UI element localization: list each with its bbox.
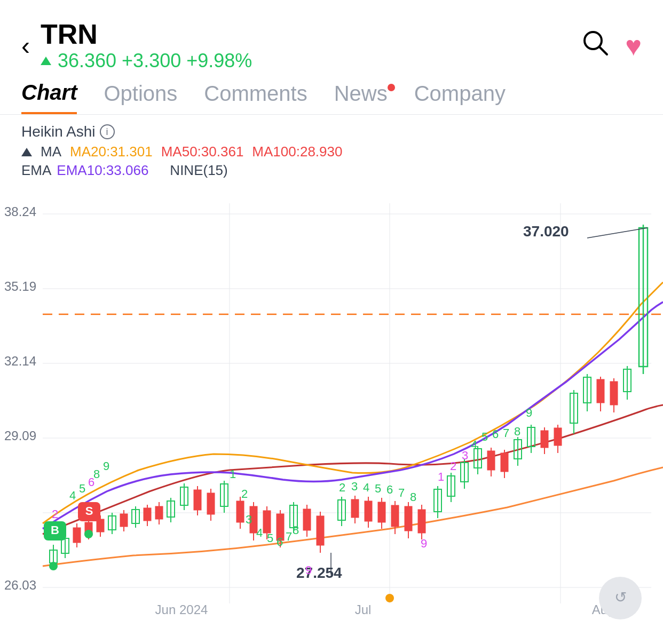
svg-rect-21 — [97, 519, 104, 532]
svg-text:4: 4 — [471, 438, 477, 451]
tab-company[interactable]: Company — [414, 82, 506, 113]
svg-rect-29 — [144, 508, 151, 521]
svg-text:8: 8 — [293, 523, 299, 537]
ema-label: EMA — [21, 162, 51, 179]
heikin-ashi-label: Heikin Ashi — [21, 123, 96, 140]
header: ‹ TRN 36.360 +3.300 +9.98% ♥ — [0, 0, 663, 81]
svg-line-1 — [599, 47, 607, 54]
svg-text:4: 4 — [363, 481, 369, 494]
price-change-pct: +9.98% — [186, 50, 252, 72]
svg-text:7: 7 — [398, 486, 405, 499]
svg-text:Jul: Jul — [355, 602, 372, 617]
ma50-value: MA50:30.361 — [161, 144, 244, 160]
heart-icon[interactable]: ♥ — [625, 32, 642, 60]
svg-text:5: 5 — [375, 482, 381, 495]
chart-area[interactable]: 38.24 35.19 32.14 29.09 26.03 Jun 2024 J… — [0, 182, 663, 641]
svg-rect-67 — [405, 506, 412, 531]
svg-rect-69 — [418, 510, 425, 533]
svg-text:B: B — [51, 523, 59, 537]
header-left: ‹ TRN 36.360 +3.300 +9.98% — [21, 19, 252, 72]
tab-options[interactable]: Options — [104, 82, 177, 113]
svg-rect-39 — [207, 493, 215, 514]
indicators-panel: Heikin Ashi i MA MA20:31.301 MA50:30.361… — [0, 115, 663, 182]
svg-text:S: S — [85, 504, 93, 518]
svg-text:3: 3 — [246, 513, 252, 526]
svg-text:4: 4 — [256, 526, 263, 539]
svg-rect-61 — [365, 501, 372, 521]
svg-rect-55 — [317, 516, 324, 545]
svg-point-151 — [49, 562, 58, 570]
svg-rect-43 — [236, 501, 244, 522]
tab-comments[interactable]: Comments — [204, 82, 307, 113]
tab-chart[interactable]: Chart — [21, 81, 77, 114]
svg-text:8: 8 — [514, 425, 520, 438]
svg-text:32.14: 32.14 — [4, 354, 36, 368]
svg-text:9: 9 — [103, 459, 109, 473]
svg-text:8: 8 — [410, 490, 416, 504]
ma100-value: MA100:28.930 — [252, 144, 342, 160]
news-notification-dot — [388, 84, 395, 91]
ma-label: MA — [41, 144, 61, 160]
svg-text:1: 1 — [230, 467, 236, 481]
svg-text:4: 4 — [69, 489, 76, 502]
svg-rect-63 — [378, 502, 385, 522]
ma20-value: MA20:31.301 — [70, 144, 153, 160]
svg-rect-89 — [554, 428, 562, 446]
svg-text:9: 9 — [305, 563, 312, 577]
svg-text:2: 2 — [450, 459, 456, 473]
info-icon[interactable]: i — [100, 124, 115, 139]
svg-text:Jun 2024: Jun 2024 — [155, 602, 208, 617]
svg-text:5: 5 — [267, 531, 273, 545]
svg-rect-97 — [610, 381, 618, 405]
svg-text:6: 6 — [386, 483, 393, 496]
svg-rect-87 — [541, 431, 548, 448]
svg-point-150 — [385, 594, 394, 602]
svg-text:8: 8 — [93, 467, 100, 481]
svg-text:6: 6 — [492, 427, 499, 441]
price-change: +3.300 — [122, 50, 181, 72]
title-group: TRN 36.360 +3.300 +9.98% — [41, 19, 252, 72]
stock-title: TRN — [41, 19, 252, 50]
svg-rect-59 — [351, 499, 359, 518]
back-button[interactable]: ‹ — [21, 33, 30, 59]
svg-text:3: 3 — [351, 480, 358, 493]
svg-text:27.254: 27.254 — [296, 565, 342, 581]
indicator-heikin-ashi: Heikin Ashi i — [21, 123, 642, 140]
svg-rect-81 — [501, 453, 508, 472]
float-action-button[interactable]: ↺ — [599, 577, 642, 619]
svg-rect-17 — [73, 528, 81, 543]
svg-rect-95 — [597, 379, 604, 403]
price-value: 36.360 — [58, 50, 116, 72]
nine-label: NINE(15) — [170, 162, 227, 179]
stock-price: 36.360 +3.300 +9.98% — [41, 50, 252, 72]
svg-text:6: 6 — [277, 535, 283, 548]
svg-text:38.24: 38.24 — [4, 204, 36, 219]
svg-text:29.09: 29.09 — [4, 428, 36, 443]
svg-text:35.19: 35.19 — [4, 279, 36, 293]
header-right: ♥ — [581, 29, 642, 62]
svg-rect-65 — [391, 505, 399, 527]
svg-text:9: 9 — [526, 406, 532, 419]
svg-text:26.03: 26.03 — [4, 578, 36, 592]
svg-text:1: 1 — [438, 470, 444, 483]
svg-text:5: 5 — [482, 430, 488, 443]
svg-text:37.020: 37.020 — [523, 223, 569, 240]
svg-rect-53 — [303, 509, 311, 530]
price-up-arrow — [41, 57, 51, 65]
ma-indicators: MA MA20:31.301 MA50:30.361 MA100:28.930 — [21, 144, 642, 160]
svg-text:↺: ↺ — [614, 589, 627, 606]
svg-rect-31 — [155, 506, 163, 519]
svg-text:2: 2 — [52, 507, 58, 521]
tab-news[interactable]: News — [334, 82, 388, 113]
ema10-value: EMA10:33.066 — [57, 162, 148, 179]
svg-text:5: 5 — [79, 482, 85, 495]
svg-rect-47 — [263, 511, 271, 533]
svg-text:2: 2 — [339, 481, 345, 494]
svg-rect-79 — [487, 451, 495, 470]
search-icon[interactable] — [581, 29, 609, 62]
svg-text:3: 3 — [462, 449, 468, 462]
svg-point-152 — [84, 530, 93, 538]
svg-text:2: 2 — [241, 487, 248, 500]
svg-rect-37 — [194, 490, 201, 510]
svg-text:9: 9 — [421, 537, 427, 550]
